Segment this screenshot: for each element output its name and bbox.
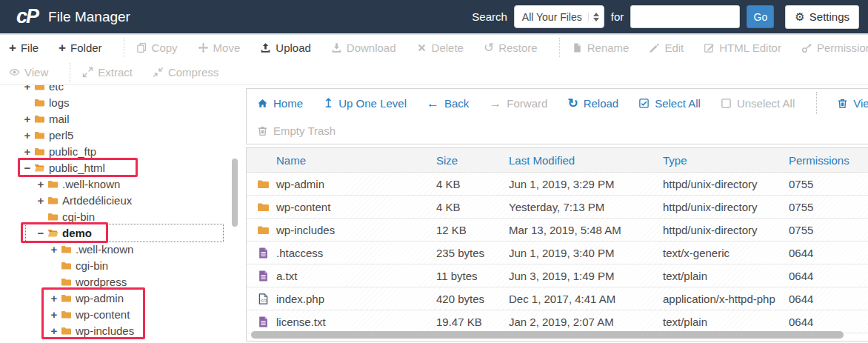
up-one-level-button[interactable]: ↥Up One Level [323,97,407,110]
file-row-wp-admin[interactable]: wp-admin4 KBJun 1, 2019, 3:29 PMhttpd/un… [247,173,868,196]
rename-button[interactable]: Rename [572,41,630,54]
tree-item-public_html[interactable]: −public_html [0,159,244,176]
go-button[interactable]: Go [747,5,774,28]
for-label: for [611,10,624,23]
tree-item-well-known-2[interactable]: +.well-known [0,241,244,257]
expand-icon[interactable]: + [36,178,46,190]
search-scope-select[interactable]: All Your Files [514,5,604,28]
file-button[interactable]: +File [9,41,39,54]
tree-item-mail[interactable]: +mail [0,110,244,127]
tree-item-artdedelicieux[interactable]: +Artdedélicieux [0,192,244,208]
upload-button[interactable]: Upload [260,41,311,54]
expand-icon[interactable]: + [49,292,59,304]
left-arrow-icon: ← [427,97,439,110]
top-bar: cP File Manager Search All Your Files fo… [0,0,868,35]
column-header-type[interactable]: Type [663,154,789,167]
permissions-button[interactable]: Permissions [801,41,868,54]
open-folder-icon [47,227,59,239]
folder-icon [47,179,59,190]
expand-icon[interactable]: + [22,129,33,141]
delete-button[interactable]: Delete [416,41,464,54]
edit-button[interactable]: Edit [649,41,684,54]
folder-icon [33,85,46,92]
tree-item-wordpress[interactable]: wordpress [0,273,244,290]
empty-trash-button[interactable]: Empty Trash [257,124,335,137]
toolbar-separator [559,38,560,57]
open-folder-icon [33,162,46,173]
column-header-name[interactable]: Name [276,154,436,167]
file-row-wp-content[interactable]: wp-content4 KBYesterday, 7:13 PMhttpd/un… [247,196,868,219]
expand-icon[interactable]: + [22,113,33,125]
folder-icon [47,211,59,222]
expand-icon[interactable]: + [22,145,33,158]
home-button[interactable]: Home [257,97,303,110]
copy-button[interactable]: Copy [136,41,178,54]
toolbar-separator [124,38,124,57]
view-trash-button[interactable]: View Trash [837,97,868,110]
search-input[interactable] [630,5,740,28]
trash-icon [837,98,848,109]
folder-icon [257,201,270,213]
back-button[interactable]: ←Back [427,97,469,110]
search-scope-value: All Your Files [522,11,582,23]
folder-icon [60,325,73,336]
tree-item-demo[interactable]: −demo [0,224,244,241]
html-editor-button[interactable]: HTML Editor [704,41,781,54]
eye-icon [9,67,20,78]
table-horizontal-scrollbar[interactable] [251,331,844,339]
tree-item-cgi-bin[interactable]: cgi-bin [0,208,244,224]
folder-icon [60,293,73,304]
empty-checkbox-icon [721,98,732,109]
folder-icon [33,97,46,108]
page-icon [572,42,583,53]
tree-item-wp-admin[interactable]: +wp-admin [0,290,244,306]
file-row-a-txt[interactable]: a.txt11 bytesJun 3, 2019, 1:49 PMtext/pl… [247,264,868,287]
folder-icon [60,244,73,255]
expand-icon[interactable]: + [49,243,59,256]
text-file-icon [257,247,270,259]
search-label: Search [472,10,507,23]
plus-icon: + [59,41,66,54]
expand-icon[interactable]: + [36,194,46,207]
column-header-size[interactable]: Size [436,154,509,167]
file-row-license-txt[interactable]: license.txt19.47 KBJan 2, 2019, 2:07 AMt… [247,310,868,333]
collapse-icon[interactable]: − [22,161,33,174]
tree-item-wp-includes[interactable]: +wp-includes [0,322,244,339]
file-row-htaccess[interactable]: .htaccess235 bytesJun 1, 2019, 3:40 PMte… [247,242,868,264]
tree-item-perl5[interactable]: +perl5 [0,127,244,143]
folder-button[interactable]: +Folder [59,41,101,54]
tree-item-public_ftp[interactable]: +public_ftp [0,143,244,159]
collapse-icon[interactable]: − [36,227,46,239]
file-row-wp-includes[interactable]: wp-includes12 KBMar 13, 2019, 5:48 AMhtt… [247,219,868,242]
column-header-last-modified[interactable]: Last Modified [509,154,663,167]
reload-button[interactable]: ↻Reload [567,97,618,110]
unselect-all-button[interactable]: Unselect All [721,97,795,110]
expand-icon[interactable]: + [49,324,59,337]
content-area: +etc logs +mail +perl5 +public_ftp −publ… [0,85,868,342]
expand-icon[interactable]: + [22,85,33,93]
file-row-index-php[interactable]: index.php420 bytesDec 1, 2017, 4:41 AMap… [247,287,868,310]
move-button[interactable]: Move [198,41,241,54]
tree-item-etc[interactable]: +etc [0,85,244,94]
forward-button[interactable]: →Forward [489,97,547,110]
toolbar-separator [70,63,70,82]
select-all-button[interactable]: Select All [638,97,701,110]
tree-item-logs[interactable]: logs [0,94,244,110]
expand-icon[interactable]: + [49,308,59,321]
compress-button[interactable]: Compress [153,66,218,79]
view-button[interactable]: View [9,66,48,79]
tree-item-cgi-bin-2[interactable]: cgi-bin [0,257,244,273]
reload-icon: ↻ [567,97,578,110]
restore-button[interactable]: ↺Restore [484,41,538,54]
trash-icon [257,125,268,136]
download-button[interactable]: Download [331,41,396,54]
tree-item-wp-content[interactable]: +wp-content [0,306,244,322]
folder-icon [60,276,73,287]
extract-button[interactable]: Extract [82,66,133,79]
column-header-permissions[interactable]: Permissions [789,154,868,167]
tree-item-well-known[interactable]: +.well-known [0,176,244,192]
directory-tree: +etc logs +mail +perl5 +public_ftp −publ… [0,85,244,342]
extract-icon [82,67,93,78]
settings-button[interactable]: ⚙Settings [785,5,859,29]
download-icon [331,42,342,53]
